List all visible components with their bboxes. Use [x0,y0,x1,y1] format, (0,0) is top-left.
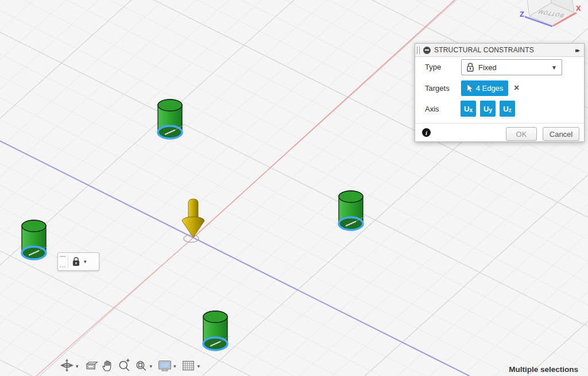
axis-label: Axis [425,105,439,113]
axis-ux-button[interactable]: Ux [461,101,476,117]
targets-value: 4 Edges [476,84,504,93]
display-settings-icon[interactable] [157,358,172,373]
grid-settings-dropdown-caret-icon[interactable]: ▾ [198,363,200,369]
ok-button[interactable]: OK [506,127,537,141]
cursor-icon [466,84,474,93]
drag-handle-icon[interactable] [60,256,65,267]
constraint-arrow[interactable] [182,199,204,237]
cancel-button[interactable]: Cancel [543,127,579,141]
fusion-design-workspace: BOTTOMZX ▾ ▾ [0,0,588,376]
type-dropdown-caret-icon: ▼ [551,64,557,71]
targets-selection-chip[interactable]: 4 Edges [461,80,508,96]
selection-mini-toolbar[interactable]: ▾ [57,252,99,271]
clear-targets-icon[interactable]: × [514,82,519,94]
pan-icon[interactable] [100,358,115,373]
lock-dropdown-caret-icon[interactable]: ▾ [84,259,87,264]
cylinder-body[interactable] [203,311,230,350]
orbit-dropdown-caret-icon[interactable]: ▾ [76,363,79,369]
grid-settings-icon[interactable] [181,358,196,373]
navigation-toolbar: ▾ ▾ [59,358,204,373]
zoom-window-dropdown-caret-icon[interactable]: ▾ [150,363,153,369]
cylinder-body[interactable] [22,220,48,259]
axis-uz-button[interactable]: Uz [500,101,515,117]
dialog-header[interactable]: STRUCTURAL CONSTRAINTS ▸▸ [415,44,584,57]
orbit-icon[interactable] [59,358,75,373]
zoom-window-icon[interactable] [133,358,149,373]
lock-icon[interactable] [71,256,81,267]
structural-constraints-dialog: STRUCTURAL CONSTRAINTS ▸▸ Type Fixed ▼ T… [415,43,585,142]
expand-panel-icon[interactable]: ▸▸ [575,47,580,54]
cylinder-body[interactable] [339,191,365,230]
status-text: Multiple selections [509,365,578,374]
divider [68,255,68,268]
dialog-footer: i OK Cancel [415,123,584,141]
look-at-icon[interactable] [83,358,99,373]
zoom-icon[interactable] [117,358,132,373]
dialog-title: STRUCTURAL CONSTRAINTS [434,46,575,54]
cylinder-body[interactable] [158,99,184,139]
type-value: Fixed [478,63,497,72]
display-settings-dropdown-caret-icon[interactable]: ▾ [173,363,176,369]
type-dropdown[interactable]: Fixed ▼ [461,59,562,75]
info-icon[interactable]: i [422,128,431,137]
view-cube-z-label: Z [520,10,524,18]
axis-uy-button[interactable]: Uy [480,101,496,117]
collapse-icon[interactable] [423,47,431,54]
targets-label: Targets [425,84,450,93]
view-cube-x-label: X [576,4,581,13]
origin-marker [184,235,199,243]
dialog-drag-grip-icon[interactable] [417,47,420,54]
type-label: Type [425,63,441,71]
fixed-lock-icon [466,62,475,72]
